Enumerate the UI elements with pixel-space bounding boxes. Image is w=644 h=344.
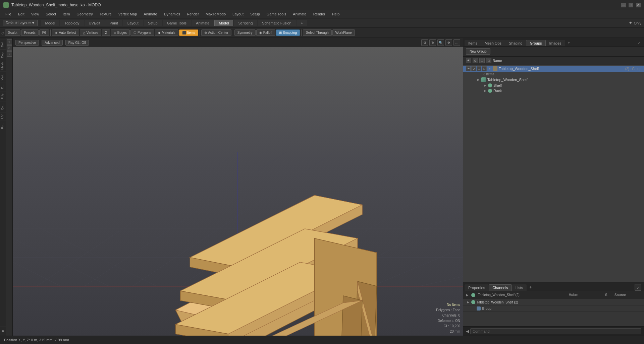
expand-tabletop[interactable]: ▶ [477,78,480,81]
menu-file[interactable]: File [3,11,14,17]
menu-render2[interactable]: Render [311,11,328,17]
select-through-button[interactable]: Select Through [303,29,332,36]
perspective-button[interactable]: Perspective [15,40,39,46]
close-button[interactable]: ✕ [636,3,641,7]
left-tab-qu[interactable]: Qu... [0,101,6,112]
left-tab-e[interactable]: E... [0,82,6,91]
left-tool-1[interactable]: ◇ [7,39,12,45]
menu-item[interactable]: Item [60,11,72,17]
tab-channels[interactable]: Channels [489,284,512,291]
materials-button[interactable]: ◆ Materials [155,29,178,36]
row-ctrl-3-root[interactable]: □ [477,66,481,71]
left-tab-def[interactable]: Def. [0,39,6,49]
vp-ctrl-rotate[interactable]: ↻ [429,39,436,46]
falloff-button[interactable]: ◉ Falloff [256,29,275,36]
tab-animate[interactable]: Animate [192,20,214,26]
menu-help[interactable]: Help [329,11,342,17]
menu-setup[interactable]: Setup [248,11,263,17]
tab-game-tools[interactable]: Game Tools [163,20,191,26]
group-row-tabletop[interactable]: ▶ Tabletop_Wooden_Shelf [463,77,644,83]
row-ctrl-2-root[interactable]: ⊙ [471,66,476,71]
items-button[interactable]: ⬛ Items [179,29,198,36]
expand-root[interactable]: ▼ [488,67,491,70]
group-row-root[interactable]: 👁 ⊙ □ □ ▼ Tabletop_Wooden_Shelf (2) : Gr… [463,66,644,72]
menu-texture[interactable]: Texture [97,11,114,17]
channel-row-1[interactable]: Group [463,305,644,312]
left-tab-uv[interactable]: UV [0,112,6,121]
symmetry-button[interactable]: Symmetry [234,29,256,36]
snapping-button[interactable]: ⊞ Snapping [276,29,300,36]
gh-eye-icon[interactable]: 👁 [466,58,471,63]
advanced-button[interactable]: Advanced [42,40,62,46]
new-group-button[interactable]: New Group [466,48,490,55]
tab-properties[interactable]: Properties [465,284,489,291]
layout-dropdown[interactable]: Default Layouts ▾ [3,20,38,26]
left-tab-dup[interactable]: Dup. [0,49,6,60]
tab-layout[interactable]: Layout [123,20,143,26]
vp-ctrl-pan[interactable]: ✥ [445,39,452,46]
edges-button[interactable]: ◇ Edges [111,29,130,36]
left-tool-2[interactable]: □ [7,45,12,51]
tab-add-bottom[interactable]: + [527,284,534,291]
command-input[interactable] [470,328,641,334]
tab-lists[interactable]: Lists [512,284,527,291]
rtt-items[interactable]: Items [465,40,481,46]
tab-setup[interactable]: Setup [144,20,162,26]
maximize-button[interactable]: □ [629,3,633,7]
left-tab-vert[interactable]: Vert. [0,72,6,82]
vp-ctrl-more[interactable]: … [453,39,460,46]
sculpt-button[interactable]: Sculpt [5,29,20,36]
ch-expand-arrow[interactable]: ▶ [466,293,469,297]
expand-shelf[interactable]: ▶ [483,84,487,87]
window-controls[interactable]: — □ ✕ [621,3,641,7]
cmd-left-arrow[interactable]: ◀ [466,329,469,334]
left-tab-fu[interactable]: Fu... [0,121,6,131]
left-tab-bottom[interactable]: ● [0,327,6,336]
vertices-button[interactable]: △ Vertices [80,29,102,36]
menu-maxtomodo[interactable]: MaxToModo [203,11,228,17]
tab-schematic-fusion[interactable]: Schematic Fusion [258,20,296,26]
menu-dynamics[interactable]: Dynamics [161,11,183,17]
vp-ctrl-zoom[interactable]: 🔍 [437,39,444,46]
rtt-shading[interactable]: Shading [505,40,526,46]
menu-select[interactable]: Select [43,11,59,17]
workplane-button[interactable]: WorkPlane [332,29,355,36]
tab-uvedit[interactable]: UVEdit [85,20,105,26]
menu-edit[interactable]: Edit [15,11,27,17]
rtt-groups[interactable]: Groups [526,40,545,46]
row-ctrl-4-root[interactable]: □ [482,66,487,71]
auto-select-button[interactable]: ◈ Auto Select [52,29,79,36]
expand-rack[interactable]: ▶ [483,89,487,92]
rtt-mesh-ops[interactable]: Mesh Ops [481,40,505,46]
num-2-button[interactable]: 2 [102,29,110,36]
f6-button[interactable]: F6 [39,29,49,36]
action-center-button[interactable]: ⊕ Action Center [201,29,231,36]
menu-render[interactable]: Render [184,11,202,17]
minimize-button[interactable]: — [621,3,626,7]
tab-topology[interactable]: Topology [60,20,84,26]
rtt-images[interactable]: Images [546,40,565,46]
left-tab-poly[interactable]: Poly [0,91,6,101]
gh-icon-3[interactable]: □ [479,58,485,63]
group-row-rack[interactable]: ▶ Rack [463,88,644,93]
menu-view[interactable]: View [29,11,42,17]
tab-model[interactable]: Model [41,20,60,26]
menu-game-tools[interactable]: Game Tools [264,11,289,17]
left-tab-mesh[interactable]: Mesh [0,60,6,72]
channel-row-0[interactable]: ▶ Tabletop_Wooden_Shelf (2) [463,299,644,305]
tab-paint[interactable]: Paint [105,20,122,26]
gh-icon-2[interactable]: ⊙ [473,58,478,63]
viewport[interactable]: Perspective Advanced Ray GL: Off ⚙ ↻ 🔍 ✥… [13,38,463,336]
left-tool-3[interactable]: ○ [7,51,12,57]
polygons-button[interactable]: ⬡ Polygons [130,29,154,36]
menu-geometry[interactable]: Geometry [74,11,95,17]
bottom-panel-expand[interactable]: ⤢ [635,284,641,291]
menu-layout[interactable]: Layout [230,11,246,17]
vp-ctrl-settings[interactable]: ⚙ [421,39,428,46]
menu-vertex-map[interactable]: Vertex Map [116,11,140,17]
gh-icon-4[interactable]: □ [486,58,491,63]
tab-model-active[interactable]: Model [214,20,233,26]
ray-gl-button[interactable]: Ray GL: Off [65,40,89,46]
row-eye-root[interactable]: 👁 [466,66,471,71]
presets-button[interactable]: Presets [21,29,39,36]
